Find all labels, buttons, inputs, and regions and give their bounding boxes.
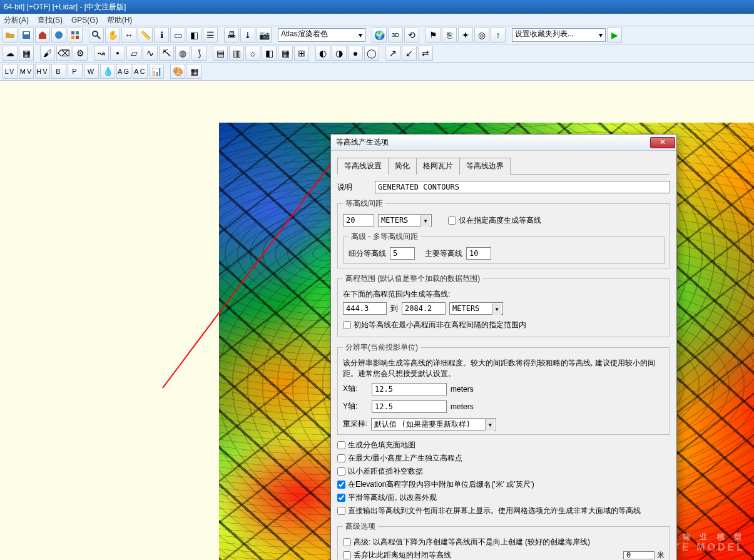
- pan-icon[interactable]: ↔: [121, 28, 136, 43]
- camera-icon[interactable]: 📷: [257, 28, 272, 43]
- dialog-title: 等高线产生选项: [336, 137, 389, 148]
- hand-icon[interactable]: ✋: [105, 28, 120, 43]
- play-icon[interactable]: ▶: [607, 28, 622, 43]
- t3-icon[interactable]: ☼: [245, 46, 260, 61]
- overlay-icon[interactable]: ◧: [186, 28, 201, 43]
- view3d-icon[interactable]: 3D: [388, 28, 403, 43]
- w-icon[interactable]: W: [84, 64, 99, 79]
- mv-icon[interactable]: MV: [19, 64, 34, 79]
- sync-icon[interactable]: ⟲: [404, 28, 419, 43]
- interval-input[interactable]: [343, 214, 374, 227]
- drop-icon[interactable]: 💧: [100, 64, 115, 79]
- home-icon[interactable]: [35, 28, 50, 43]
- chart-icon[interactable]: 📊: [149, 64, 164, 79]
- path-icon[interactable]: ↝: [94, 46, 109, 61]
- brush-icon[interactable]: 🖌: [40, 46, 55, 61]
- area-icon[interactable]: ▱: [126, 46, 141, 61]
- spline-icon[interactable]: ∿: [143, 46, 158, 61]
- measure-icon[interactable]: 📏: [138, 28, 153, 43]
- flag-icon[interactable]: ⚑: [425, 28, 441, 43]
- ag-icon[interactable]: AG: [116, 64, 131, 79]
- lv-icon[interactable]: LV: [3, 64, 18, 79]
- menu-help[interactable]: 帮助(H): [107, 14, 133, 26]
- curve-icon[interactable]: ⟆: [191, 46, 206, 61]
- t6-icon[interactable]: ⊞: [294, 46, 309, 61]
- desc-input[interactable]: [375, 181, 670, 193]
- fillcolor-check[interactable]: [337, 441, 345, 449]
- p-icon[interactable]: P: [68, 64, 83, 79]
- t2-icon[interactable]: ▥: [229, 46, 244, 61]
- spot-check[interactable]: [337, 454, 345, 462]
- save-icon[interactable]: [19, 28, 34, 43]
- layers-icon[interactable]: ☰: [203, 28, 218, 43]
- open-icon[interactable]: [3, 28, 18, 43]
- grid-icon[interactable]: [68, 28, 83, 43]
- t11-icon[interactable]: ↗: [385, 46, 400, 61]
- favorites-select[interactable]: 设置收藏夹列表...: [512, 28, 606, 42]
- t8-icon[interactable]: ◑: [332, 46, 347, 61]
- adv-desc-check[interactable]: [343, 538, 351, 546]
- menu-search[interactable]: 查找(S): [38, 14, 63, 26]
- dig-icon[interactable]: ⛏: [159, 46, 174, 61]
- print-icon[interactable]: 🖶: [224, 28, 239, 43]
- t10-icon[interactable]: ◯: [364, 46, 379, 61]
- globe-icon[interactable]: [51, 28, 66, 43]
- close-button[interactable]: ✕: [650, 137, 675, 148]
- t12-icon[interactable]: ↙: [402, 46, 417, 61]
- spot-label: 在最大/最小高度上产生独立高程点: [348, 453, 462, 464]
- cloud-icon[interactable]: ☁: [3, 46, 18, 61]
- t4-icon[interactable]: ◧: [262, 46, 277, 61]
- y-input[interactable]: [372, 400, 447, 413]
- star-icon[interactable]: ✦: [458, 28, 473, 43]
- arrow-icon[interactable]: ↑: [491, 28, 506, 43]
- t5-icon[interactable]: ▦: [278, 46, 293, 61]
- select-icon[interactable]: ▭: [170, 28, 185, 43]
- t9-icon[interactable]: ●: [348, 46, 363, 61]
- tab-simplify[interactable]: 简化: [388, 158, 417, 175]
- elev-to-label: 到: [390, 303, 398, 314]
- discard-check[interactable]: [343, 551, 351, 559]
- resample-select[interactable]: 默认值 (如果需要重新取样): [371, 418, 496, 430]
- elev-from-input[interactable]: [343, 302, 387, 315]
- interval-unit-select[interactable]: METERS: [378, 214, 432, 227]
- ac-icon[interactable]: AC: [133, 64, 148, 79]
- tab-bounds[interactable]: 等高线边界: [459, 158, 511, 175]
- gear-icon[interactable]: ⚙: [73, 46, 88, 61]
- zoom-icon[interactable]: [89, 28, 104, 43]
- info-icon[interactable]: ℹ: [154, 28, 169, 43]
- globe3d-icon[interactable]: 🌍: [372, 28, 387, 43]
- point-icon[interactable]: •: [110, 46, 125, 61]
- menu-gps[interactable]: GPS(G): [71, 14, 98, 26]
- res-group: 分辨率(当前投影单位) 该分辨率影响生成等高线的详细程度。较大的间距数将得到较粗…: [337, 342, 670, 435]
- unit-check[interactable]: [337, 481, 345, 489]
- only-heights-check[interactable]: [448, 216, 456, 225]
- elev-to-input[interactable]: [402, 302, 446, 315]
- menu-analysis[interactable]: 分析(A): [4, 14, 29, 26]
- t1-icon[interactable]: ▤: [213, 46, 228, 61]
- copy-icon[interactable]: ⎘: [442, 28, 457, 43]
- tab-tiles[interactable]: 格网瓦片: [416, 158, 460, 175]
- minor-input[interactable]: [390, 247, 415, 260]
- render-mode-select[interactable]: Atlas渲染着色: [278, 28, 365, 42]
- eraser-icon[interactable]: ⌫: [56, 46, 71, 61]
- t13-icon[interactable]: ⇄: [418, 46, 433, 61]
- elev-unit-select[interactable]: METERS: [449, 302, 503, 315]
- fill-icon[interactable]: ◍: [175, 46, 190, 61]
- interval-legend: 等高线间距: [343, 198, 385, 209]
- b-icon[interactable]: B: [51, 64, 66, 79]
- direct-check[interactable]: [337, 507, 345, 515]
- export-icon[interactable]: ⤓: [240, 28, 255, 43]
- colors-icon[interactable]: ▦: [186, 64, 201, 79]
- hv-icon[interactable]: HV: [35, 64, 50, 79]
- smooth-check[interactable]: [337, 494, 345, 502]
- t7-icon[interactable]: ◐: [315, 46, 330, 61]
- interp-check[interactable]: [337, 467, 345, 476]
- tab-settings[interactable]: 等高线设置: [337, 158, 389, 175]
- x-input[interactable]: [372, 383, 447, 395]
- discard-input[interactable]: [623, 551, 655, 559]
- palette-icon[interactable]: 🎨: [170, 64, 185, 79]
- major-input[interactable]: [466, 247, 491, 260]
- pattern-icon[interactable]: ▦: [19, 46, 34, 61]
- elev-startmin-check[interactable]: [343, 321, 351, 329]
- target-icon[interactable]: ◎: [474, 28, 489, 43]
